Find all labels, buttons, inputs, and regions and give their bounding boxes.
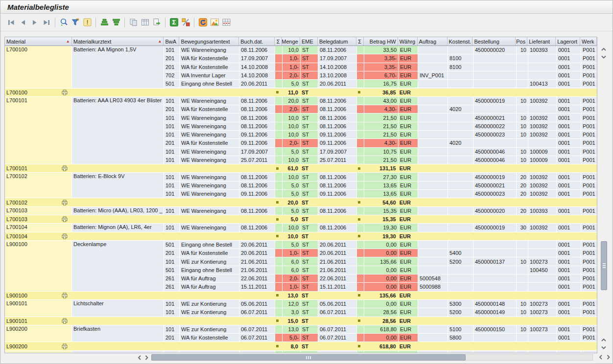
col-header-lager[interactable]: Lagerort [556, 37, 580, 46]
subtotal-cell-eme[interactable]: ST [300, 89, 318, 97]
cell-waehr[interactable]: EUR [399, 105, 418, 114]
cell-pos[interactable]: 10 [517, 257, 528, 266]
detail-row[interactable]: 261WA für Auftrag15.11.20111,0-ST15.11.2… [164, 283, 597, 291]
col-header-betrag[interactable]: Betrag HW [364, 37, 398, 46]
subtotal-cell-beleg[interactable] [318, 292, 356, 300]
subtotal-cell-eme[interactable]: ST [300, 198, 318, 206]
subtotal-cell-waehr[interactable]: EUR [398, 89, 418, 97]
subtotal-cell-menge[interactable]: 11,0 [282, 89, 300, 97]
graphic-icon[interactable] [209, 17, 220, 28]
col-header-material[interactable]: Material▲ [5, 37, 72, 46]
layout-icon[interactable] [220, 17, 232, 28]
cell-bwa[interactable]: 101 [164, 190, 180, 198]
cell-s1[interactable] [275, 97, 283, 105]
cell-auftrag[interactable] [418, 334, 448, 342]
cell-menge[interactable]: 10,0 [283, 114, 301, 122]
subtotal-cell-betrag[interactable]: 54,60 [364, 198, 398, 206]
cell-s2[interactable] [357, 308, 364, 317]
cell-beleg[interactable]: 22.06.2011 [318, 274, 357, 283]
subtotal-cell-best[interactable] [472, 89, 516, 97]
subtotal-cell-betrag[interactable]: 28,56 [364, 317, 398, 325]
cell-waehr[interactable]: EUR [399, 148, 418, 156]
subtotal-cell-auftrag[interactable] [418, 198, 448, 206]
cell-pos[interactable] [517, 71, 528, 80]
cell-lager[interactable]: 0001 [557, 46, 581, 54]
cell-eme[interactable]: ST [301, 97, 318, 105]
subtotal-cell-beleg[interactable] [318, 164, 356, 173]
first-page-icon[interactable] [5, 17, 17, 28]
cell-beleg[interactable]: 06.07.2011 [318, 308, 357, 317]
cell-werk[interactable]: P001 [581, 63, 597, 71]
cell-kost[interactable] [448, 351, 473, 353]
cell-auftrag[interactable]: 5000548 [418, 274, 448, 283]
cell-waehr[interactable]: EUR [399, 224, 418, 232]
cell-lief[interactable] [528, 283, 557, 291]
cell-waehr[interactable]: EUR [399, 54, 418, 63]
subtotal-cell-buch[interactable] [239, 292, 275, 300]
detail-row[interactable]: 101WE Wareneingang08.11.200610,0ST08.11.… [164, 46, 597, 54]
cell-betrag[interactable]: 28,56 [364, 308, 399, 317]
subtotal-cell-betrag[interactable]: 15,35 [364, 215, 398, 224]
cell-bwa[interactable]: 101 [164, 182, 180, 190]
cell-kost[interactable] [448, 131, 473, 139]
cell-buch[interactable]: 09.11.2006 [239, 131, 275, 139]
cell-waehr[interactable]: EUR [399, 46, 418, 54]
cell-pos[interactable]: 20 [517, 173, 528, 181]
cell-buch[interactable]: 25.07.2011 [239, 156, 275, 164]
subtotal-cell-s2[interactable] [356, 198, 364, 206]
cell-menge[interactable]: 20,0 [283, 97, 301, 105]
cell-buch[interactable]: 22.06.2011 [239, 274, 275, 283]
detail-row[interactable]: 101WE zur Kontierung21.06.20116,0ST21.06… [164, 257, 597, 266]
subtotal-cell-s1[interactable] [275, 342, 282, 350]
cell-eme[interactable]: ST [301, 105, 318, 114]
cell-kost[interactable] [448, 182, 473, 190]
subtotal-cell-auftrag[interactable] [418, 317, 448, 325]
detail-row[interactable]: 101WE zur Kontierung05.06.201112,0ST05.0… [164, 300, 597, 308]
subtotal-cell-beleg[interactable] [318, 198, 356, 206]
cell-txt[interactable]: WA für Kostenstelle [180, 54, 239, 63]
cell-betrag[interactable]: 4,30- [364, 139, 399, 147]
copy-icon[interactable] [127, 17, 139, 28]
cell-werk[interactable]: P001 [581, 207, 597, 215]
cell-lager[interactable]: 0001 [557, 156, 581, 164]
cell-werk[interactable]: P001 [581, 71, 597, 80]
cell-pos[interactable] [517, 241, 528, 249]
cell-auftrag[interactable] [418, 105, 448, 114]
cell-auftrag[interactable] [418, 190, 448, 198]
detail-row[interactable]: 501Eingang ohne Bestell20.06.20115,0ST20… [164, 241, 597, 249]
cell-lager[interactable]: 0001 [557, 139, 581, 147]
cell-bwa[interactable]: 101 [164, 46, 180, 54]
corner-scroll-right-icon[interactable] [605, 354, 612, 361]
subtotal-cell-kost[interactable] [448, 232, 473, 241]
cell-kost[interactable]: 8100 [448, 63, 473, 71]
subtotal-cell-werk[interactable] [580, 215, 597, 224]
material-text-cell[interactable]: Batterien: Micro (AAA), LR03, 1200 _ [72, 207, 164, 215]
cell-werk[interactable]: P001 [581, 122, 597, 131]
subtotal-icon[interactable] [180, 17, 191, 28]
cell-s1[interactable] [275, 207, 283, 215]
subtotal-cell-pos[interactable] [516, 198, 527, 206]
cell-txt[interactable]: WA für Kostenstelle [180, 105, 239, 114]
subtotal-cell-eme[interactable]: ST [300, 342, 318, 350]
cell-buch[interactable]: 15.11.2011 [239, 283, 275, 291]
cell-pos[interactable]: 10 [517, 97, 528, 105]
cell-werk[interactable]: P001 [581, 54, 597, 63]
cell-waehr[interactable]: EUR [399, 173, 418, 181]
subtotal-cell-s1[interactable] [275, 198, 282, 206]
cell-kost[interactable] [448, 283, 473, 291]
cell-txt[interactable]: Eingang ohne Bestell [180, 80, 239, 88]
printer-icon[interactable] [61, 90, 68, 95]
cell-auftrag[interactable] [418, 122, 448, 131]
subtotal-cell-pos[interactable] [516, 215, 527, 224]
cell-menge[interactable]: 5,0 [283, 190, 301, 198]
cell-werk[interactable]: P001 [581, 182, 597, 190]
cell-bwa[interactable]: 201 [164, 54, 180, 63]
subtotal-cell-auftrag[interactable] [418, 89, 448, 97]
cell-auftrag[interactable] [418, 156, 448, 164]
subtotal-row[interactable]: L70010161,0ST131,15EUR [5, 164, 597, 173]
material-cell[interactable]: L700101 [5, 97, 72, 164]
subtotal-cell-buch[interactable] [239, 232, 275, 241]
cell-menge[interactable]: 2,0- [283, 274, 301, 283]
cell-waehr[interactable]: EUR [399, 190, 418, 198]
cell-pos[interactable] [517, 80, 528, 88]
